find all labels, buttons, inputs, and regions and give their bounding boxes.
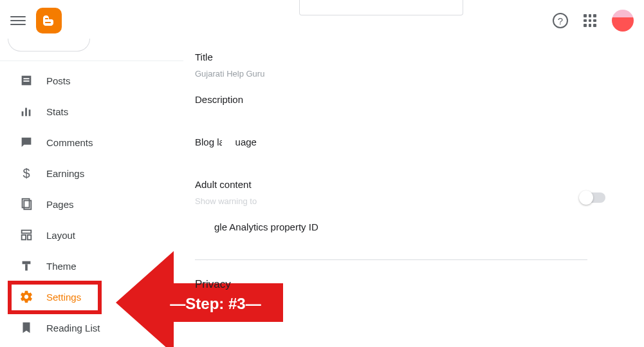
sidebar-item-label: Earnings	[46, 168, 84, 179]
blog-selector[interactable]	[8, 39, 90, 52]
section-title-privacy: Privacy	[195, 278, 603, 291]
sidebar-item-posts[interactable]: Posts	[0, 65, 183, 96]
sidebar-item-earnings[interactable]: $ Earnings	[0, 158, 183, 189]
setting-description-label: Description	[195, 94, 603, 105]
sidebar-item-label: Pages	[46, 199, 74, 210]
sidebar-item-label: Layout	[46, 230, 75, 241]
setting-blog-language-label: Blog language	[195, 136, 603, 147]
svg-rect-3	[25, 108, 27, 117]
sidebar-item-settings[interactable]: Settings	[0, 281, 183, 312]
help-icon[interactable]: ?	[553, 13, 568, 28]
section-divider	[195, 259, 587, 260]
svg-rect-10	[25, 264, 28, 270]
avatar[interactable]	[612, 10, 634, 32]
app-header: ?	[0, 0, 644, 41]
setting-adult-content: Adult content Show warning to	[195, 171, 603, 214]
stats-icon	[19, 104, 33, 118]
apps-icon[interactable]	[584, 14, 596, 27]
svg-rect-4	[29, 109, 31, 116]
setting-analytics-label: gle Analytics property ID	[214, 221, 603, 232]
setting-blog-language[interactable]: Blog language	[195, 129, 603, 171]
adult-content-toggle[interactable]	[581, 192, 605, 203]
setting-description[interactable]: Description	[195, 86, 603, 129]
menu-icon[interactable]	[10, 13, 26, 28]
theme-icon	[19, 259, 33, 273]
svg-rect-9	[28, 235, 32, 239]
sidebar-item-stats[interactable]: Stats	[0, 96, 183, 127]
sidebar-item-label: Posts	[46, 75, 71, 86]
sidebar-item-theme[interactable]: Theme	[0, 250, 183, 281]
setting-title-value: Gujarati Help Guru	[195, 69, 603, 79]
svg-rect-0	[23, 78, 29, 79]
posts-icon	[19, 73, 33, 88]
sidebar-item-reading-list[interactable]: Reading List	[0, 312, 183, 343]
sidebar-item-pages[interactable]: Pages	[0, 189, 183, 220]
setting-title[interactable]: Title Gujarati Help Guru	[195, 44, 603, 86]
sidebar-item-label: Theme	[46, 261, 77, 272]
sidebar-item-label: Stats	[46, 106, 68, 117]
sidebar-item-label: Comments	[46, 137, 93, 148]
setting-analytics[interactable]: gle Analytics property ID	[195, 214, 603, 240]
pages-icon	[19, 197, 33, 211]
setting-title-label: Title	[195, 52, 603, 62]
sidebar-item-comments[interactable]: Comments	[0, 127, 183, 158]
sidebar-divider	[0, 61, 183, 61]
layout-icon	[19, 228, 33, 242]
setting-adult-content-label: Adult content	[195, 179, 603, 190]
setting-description-value	[195, 111, 603, 121]
sidebar: Posts Stats Comments $ Earnings Pages La…	[0, 41, 183, 347]
setting-adult-content-sub: Show warning to	[195, 196, 603, 206]
sidebar-item-label: Settings	[46, 292, 81, 303]
svg-rect-8	[22, 235, 26, 239]
svg-rect-1	[23, 80, 29, 82]
blogger-logo[interactable]	[36, 8, 62, 33]
sidebar-item-label: Reading List	[46, 323, 100, 333]
earnings-icon: $	[19, 166, 33, 180]
settings-main: Title Gujarati Help Guru Description Blo…	[183, 41, 644, 347]
svg-rect-7	[22, 230, 32, 234]
settings-icon	[19, 290, 33, 304]
svg-rect-2	[22, 111, 24, 116]
sidebar-item-layout[interactable]: Layout	[0, 220, 183, 250]
search-dropdown[interactable]	[299, 0, 463, 15]
setting-blog-language-value	[195, 154, 603, 164]
bookmark-icon	[19, 321, 33, 335]
comments-icon	[19, 135, 33, 149]
